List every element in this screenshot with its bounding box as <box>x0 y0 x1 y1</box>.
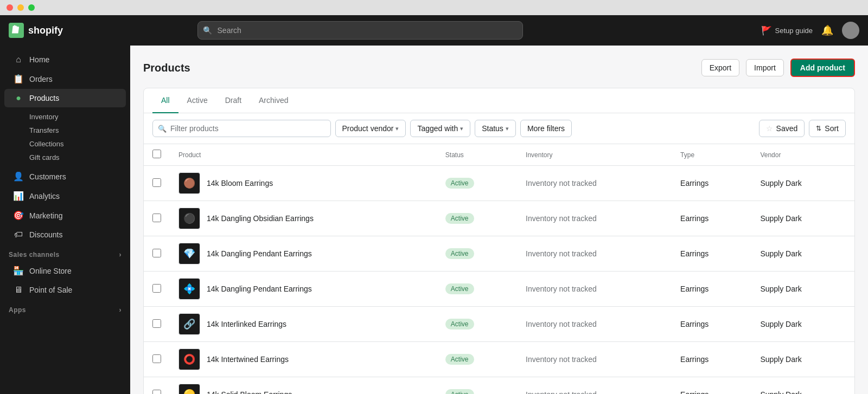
more-filters-button[interactable]: More filters <box>520 120 572 137</box>
sales-channels-label: Sales channels <box>9 251 60 259</box>
minimize-button[interactable] <box>17 4 24 11</box>
row-checkbox-cell <box>144 307 170 342</box>
sidebar-item-analytics[interactable]: 📊 Analytics <box>4 186 126 205</box>
inventory-cell: Inventory not tracked <box>517 342 672 377</box>
type-column-header: Type <box>672 144 751 166</box>
shopify-logo[interactable]: shopify <box>9 23 74 38</box>
row-checkbox-6[interactable] <box>152 354 161 363</box>
sidebar-item-collections[interactable]: Collections <box>25 137 130 151</box>
vendor-cell: Supply Dark <box>751 307 854 342</box>
status-chevron-icon: ▾ <box>506 125 509 132</box>
status-cell: Active <box>437 377 517 395</box>
vendor-cell: Supply Dark <box>751 342 854 377</box>
product-name: 14k Dangling Pendant Earrings <box>207 249 312 258</box>
export-button[interactable]: Export <box>701 59 739 76</box>
saved-button[interactable]: ☆ Saved <box>759 120 805 137</box>
product-vendor-filter[interactable]: Product vendor ▾ <box>335 120 406 137</box>
sidebar-sub-products: Inventory Transfers Collections Gift car… <box>0 108 130 166</box>
sidebar-item-marketing[interactable]: 🎯 Marketing <box>4 206 126 225</box>
inventory-value: Inventory not tracked <box>526 179 597 188</box>
product-name-cell: 💎 14k Dangling Pendant Earrings <box>170 236 437 272</box>
row-checkbox-cell <box>144 272 170 307</box>
discounts-icon: 🏷 <box>13 230 24 240</box>
sidebar-item-point-of-sale[interactable]: 🖥 Point of Sale <box>4 281 126 299</box>
page-header: Products Export Import Add product <box>143 59 855 77</box>
sidebar-item-inventory[interactable]: Inventory <box>25 110 130 124</box>
shopify-bag-icon <box>9 23 24 38</box>
vendor-column-header: Vendor <box>751 144 854 166</box>
status-badge: Active <box>445 319 474 330</box>
row-checkbox-1[interactable] <box>152 178 161 187</box>
sidebar-item-home[interactable]: ⌂ Home <box>4 50 126 69</box>
sidebar-item-orders[interactable]: 📋 Orders <box>4 69 126 88</box>
type-cell: Earrings <box>672 201 751 236</box>
table-row[interactable]: 🔗 14k Interlinked Earrings Active Invent… <box>144 307 854 342</box>
vendor-cell: Supply Dark <box>751 236 854 272</box>
table-row[interactable]: 🟤 14k Bloom Earrings Active Inventory no… <box>144 166 854 201</box>
table-row[interactable]: ⭕ 14k Intertwined Earrings Active Invent… <box>144 342 854 377</box>
vendor-cell: Supply Dark <box>751 377 854 395</box>
filter-products-input[interactable] <box>152 120 331 137</box>
pos-icon: 🖥 <box>13 285 24 295</box>
select-all-checkbox[interactable] <box>152 150 161 158</box>
inventory-cell: Inventory not tracked <box>517 201 672 236</box>
type-cell: Earrings <box>672 236 751 272</box>
close-button[interactable] <box>7 4 13 11</box>
product-name-cell: 🟤 14k Bloom Earrings <box>170 166 437 201</box>
inventory-value: Inventory not tracked <box>526 285 597 293</box>
tab-all[interactable]: All <box>152 88 178 113</box>
status-cell: Active <box>437 166 517 201</box>
tagged-with-filter[interactable]: Tagged with ▾ <box>410 120 470 137</box>
customers-icon: 👤 <box>13 171 24 182</box>
inventory-cell: Inventory not tracked <box>517 307 672 342</box>
search-input[interactable] <box>197 21 523 40</box>
add-product-button[interactable]: Add product <box>790 59 855 77</box>
row-checkbox-4[interactable] <box>152 284 161 293</box>
tagged-filter-label: Tagged with <box>417 124 458 133</box>
row-checkbox-2[interactable] <box>152 214 161 222</box>
row-checkbox-3[interactable] <box>152 249 161 257</box>
window-chrome <box>0 0 868 15</box>
bell-icon[interactable]: 🔔 <box>821 24 833 36</box>
saved-label: Saved <box>776 124 798 133</box>
vendor-cell: Supply Dark <box>751 272 854 307</box>
row-checkbox-7[interactable] <box>152 390 161 395</box>
status-column-header: Status <box>437 144 517 166</box>
import-button[interactable]: Import <box>746 59 784 76</box>
sidebar-label-discounts: Discounts <box>29 230 62 239</box>
product-thumbnail: ⭕ <box>178 348 200 370</box>
status-badge: Active <box>445 389 474 394</box>
table-row[interactable]: ⚫ 14k Dangling Obsidian Earrings Active … <box>144 201 854 236</box>
sidebar-item-gift-cards[interactable]: Gift cards <box>25 151 130 164</box>
status-filter[interactable]: Status ▾ <box>475 120 516 137</box>
sidebar-item-products[interactable]: ● Products <box>4 89 126 107</box>
table-row[interactable]: 💎 14k Dangling Pendant Earrings Active I… <box>144 236 854 272</box>
product-thumbnail: 🟡 <box>178 384 200 394</box>
status-cell: Active <box>437 272 517 307</box>
row-checkbox-cell <box>144 377 170 395</box>
maximize-button[interactable] <box>28 4 35 11</box>
sidebar-item-transfers[interactable]: Transfers <box>25 124 130 137</box>
filters-bar: 🔍 Product vendor ▾ Tagged with ▾ Status … <box>144 113 854 144</box>
status-cell: Active <box>437 342 517 377</box>
tab-draft[interactable]: Draft <box>216 88 250 113</box>
product-name-cell: 🟡 14k Solid Bloom Earrings <box>170 377 437 395</box>
tab-archived[interactable]: Archived <box>250 88 297 113</box>
status-filter-label: Status <box>482 124 503 133</box>
table-row[interactable]: 💠 14k Dangling Pendant Earrings Active I… <box>144 272 854 307</box>
analytics-icon: 📊 <box>13 191 24 201</box>
tab-active[interactable]: Active <box>178 88 216 113</box>
sidebar-item-discounts[interactable]: 🏷 Discounts <box>4 225 126 244</box>
row-checkbox-5[interactable] <box>152 319 161 328</box>
avatar[interactable] <box>842 22 859 39</box>
sidebar-item-online-store[interactable]: 🏪 Online Store <box>4 261 126 280</box>
type-cell: Earrings <box>672 342 751 377</box>
sales-chevron-icon: › <box>119 251 122 259</box>
product-rows: 🟤 14k Bloom Earrings Active Inventory no… <box>144 166 854 395</box>
tagged-chevron-icon: ▾ <box>460 125 463 132</box>
setup-guide-button[interactable]: 🚩 Setup guide <box>761 25 813 36</box>
table-row[interactable]: 🟡 14k Solid Bloom Earrings Active Invent… <box>144 377 854 395</box>
sort-button[interactable]: ⇅ Sort <box>809 120 846 137</box>
inventory-cell: Inventory not tracked <box>517 166 672 201</box>
sidebar-item-customers[interactable]: 👤 Customers <box>4 167 126 186</box>
